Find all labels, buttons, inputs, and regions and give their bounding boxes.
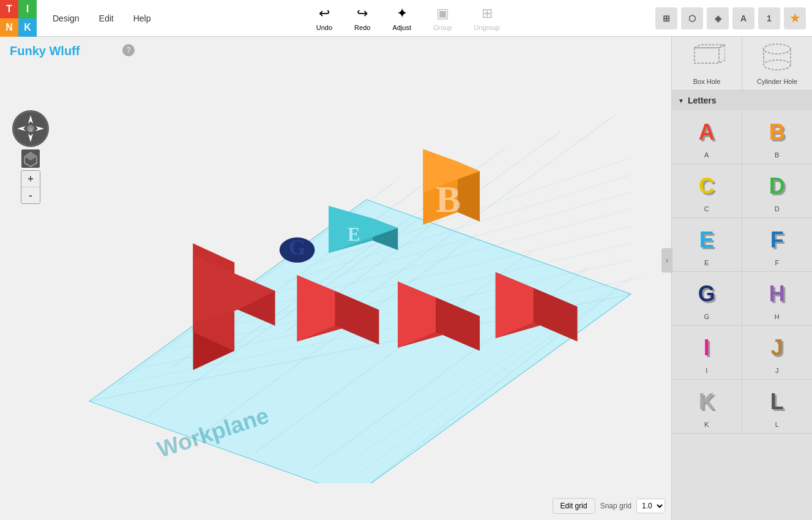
letter-j-item[interactable]: J J bbox=[742, 326, 813, 380]
letter-i-label: I bbox=[706, 367, 707, 374]
group-label: Group bbox=[433, 24, 452, 31]
letter-b: B bbox=[423, 149, 480, 225]
toolbar-right: ⊞ ⬡ ◈ A 1 ★ bbox=[655, 7, 806, 29]
letter-e-item[interactable]: E E bbox=[672, 218, 742, 272]
panel-toggle[interactable]: › bbox=[661, 248, 672, 273]
letter-d-item[interactable]: D D bbox=[742, 164, 813, 218]
letters-arrow: ▼ bbox=[678, 97, 684, 104]
cylinder-hole-item[interactable]: Cylinder Hole bbox=[742, 37, 812, 90]
nav-edit[interactable]: Edit bbox=[89, 9, 124, 28]
letter-g-label: G bbox=[704, 313, 709, 320]
edit-grid-button[interactable]: Edit grid bbox=[553, 498, 595, 514]
letter-g-item[interactable]: G G bbox=[672, 272, 742, 326]
letter-a-label: A bbox=[704, 151, 709, 159]
logo-k: K bbox=[18, 18, 37, 37]
nav-design[interactable]: Design bbox=[43, 9, 89, 28]
redo-label: Redo bbox=[354, 24, 370, 31]
letter-i-thumb: I bbox=[688, 331, 725, 364]
letter-j-3d: J bbox=[771, 335, 783, 361]
ungroup-button[interactable]: ⊞ Ungroup bbox=[469, 3, 505, 34]
undo-label: Undo bbox=[316, 24, 332, 31]
letter-e-thumb: E bbox=[688, 223, 725, 257]
tinkercad-logo[interactable]: T I N K bbox=[0, 0, 37, 37]
view-button[interactable] bbox=[21, 149, 40, 168]
letter-j-label: J bbox=[775, 367, 779, 374]
ungroup-icon: ⊞ bbox=[482, 6, 493, 21]
redo-icon: ↪ bbox=[357, 6, 368, 21]
logo-i: I bbox=[18, 0, 37, 18]
svg-text:B: B bbox=[436, 178, 461, 220]
letter-l-item[interactable]: L L bbox=[742, 380, 813, 434]
letter-f-3d: F bbox=[770, 227, 784, 253]
letter-i-item[interactable]: I I bbox=[672, 326, 742, 380]
letter-l-label: L bbox=[775, 421, 779, 428]
letter-a-3d: A bbox=[699, 119, 715, 145]
letter-a-thumb: A bbox=[688, 115, 725, 149]
panel-top-shapes: Box Hole Cylinder Hole bbox=[672, 37, 812, 91]
number-1-button[interactable]: 1 bbox=[758, 7, 780, 29]
box-hole-label: Box Hole bbox=[693, 78, 721, 85]
cylinder-hole-thumb bbox=[759, 42, 795, 75]
ungroup-label: Ungroup bbox=[474, 24, 500, 31]
letter-a-button[interactable]: A bbox=[732, 7, 754, 29]
zoom-out-button[interactable]: - bbox=[21, 187, 40, 203]
svg-text:E: E bbox=[348, 224, 360, 245]
letter-g: G bbox=[280, 236, 315, 262]
letter-b-label: B bbox=[775, 151, 779, 159]
letter-g-3d: G bbox=[698, 281, 715, 307]
letter-c-thumb: C bbox=[688, 169, 725, 203]
group-button[interactable]: ▣ Group bbox=[428, 3, 457, 34]
letter-f-label: F bbox=[775, 259, 779, 266]
box-hole-item[interactable]: Box Hole bbox=[672, 37, 742, 90]
adjust-button[interactable]: ✦ Adjust bbox=[387, 3, 416, 34]
letter-k-label: K bbox=[704, 421, 709, 428]
letter-f-thumb: F bbox=[759, 223, 795, 257]
letters-grid: A A B B C C D bbox=[672, 110, 812, 434]
letter-a-item[interactable]: A A bbox=[672, 110, 742, 164]
letters-section-header[interactable]: ▼ Letters bbox=[672, 91, 812, 110]
cylinder-hole-label: Cylinder Hole bbox=[757, 78, 797, 85]
scene-svg: Workplane bbox=[61, 73, 659, 483]
adjust-label: Adjust bbox=[392, 24, 411, 31]
letter-h-thumb: H bbox=[759, 277, 795, 311]
grid-view-button[interactable]: ⊞ bbox=[655, 7, 677, 29]
toolbar: ↩ Undo ↪ Redo ✦ Adjust ▣ Group ⊞ Ungroup bbox=[161, 3, 655, 34]
nav-controls: ⌂ + - bbox=[12, 110, 49, 204]
letter-g-thumb: G bbox=[688, 277, 725, 311]
main-area: Funky Wluff ? ⌂ bbox=[0, 37, 812, 520]
letter-d-thumb: D bbox=[759, 169, 795, 203]
bottom-controls: Edit grid Snap grid 1.0 0.5 2.0 bbox=[553, 498, 665, 514]
snap-grid-select[interactable]: 1.0 0.5 2.0 bbox=[636, 499, 665, 513]
letter-l-3d: L bbox=[770, 389, 784, 415]
canvas-area: Workplane bbox=[61, 73, 659, 483]
zoom-in-button[interactable]: + bbox=[21, 171, 40, 187]
letter-b-item[interactable]: B B bbox=[742, 110, 813, 164]
cube-view-button[interactable]: ⬡ bbox=[681, 7, 703, 29]
letter-k-thumb: K bbox=[688, 385, 725, 418]
logo-t: T bbox=[0, 0, 18, 18]
redo-button[interactable]: ↪ Redo bbox=[349, 3, 375, 34]
group-icon: ▣ bbox=[436, 6, 449, 21]
svg-text:G: G bbox=[289, 236, 305, 260]
star-button[interactable]: ★ bbox=[784, 7, 806, 29]
letter-h-3d: H bbox=[769, 281, 785, 307]
compass-control[interactable]: ⌂ bbox=[12, 110, 49, 147]
box-hole-thumb bbox=[688, 42, 725, 75]
letter-c-item[interactable]: C C bbox=[672, 164, 742, 218]
nav-menu: Design Edit Help bbox=[43, 9, 161, 28]
svg-marker-62 bbox=[719, 45, 725, 63]
undo-button[interactable]: ↩ Undo bbox=[311, 3, 337, 34]
letter-k-item[interactable]: K K bbox=[672, 380, 742, 434]
letter-h-item[interactable]: H H bbox=[742, 272, 813, 326]
viewport[interactable]: Funky Wluff ? ⌂ bbox=[0, 37, 671, 520]
svg-point-63 bbox=[764, 44, 791, 54]
shape-view-button[interactable]: ◈ bbox=[707, 7, 729, 29]
zoom-controls: + - bbox=[21, 170, 40, 204]
help-button[interactable]: ? bbox=[122, 44, 135, 56]
project-title: Funky Wluff bbox=[10, 44, 80, 58]
letter-f-item[interactable]: F F bbox=[742, 218, 813, 272]
svg-marker-60 bbox=[695, 48, 719, 63]
nav-help[interactable]: Help bbox=[124, 9, 161, 28]
svg-point-66 bbox=[764, 60, 791, 70]
header: T I N K Design Edit Help ↩ Undo ↪ Redo ✦… bbox=[0, 0, 812, 37]
